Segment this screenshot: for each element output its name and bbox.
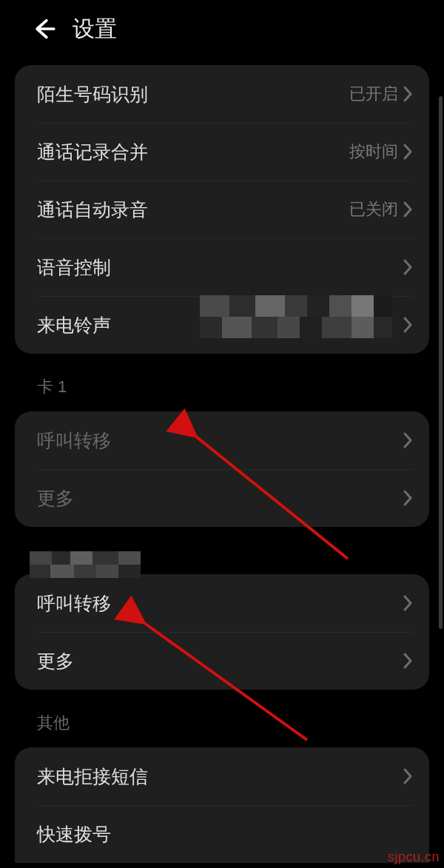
row-call-log-merge[interactable]: 通话记录合并 按时间 bbox=[15, 123, 429, 181]
section-header-sim1: 卡 1 bbox=[0, 371, 444, 404]
row-call-forwarding-sim2[interactable]: 呼叫转移 bbox=[15, 574, 429, 632]
section-header-other: 其他 bbox=[0, 707, 444, 740]
row-label: 语音控制 bbox=[37, 255, 111, 280]
chevron-right-icon bbox=[403, 431, 413, 449]
row-unknown-number-id[interactable]: 陌生号码识别 已开启 bbox=[15, 65, 429, 123]
row-value: 已开启 bbox=[349, 83, 398, 105]
row-auto-record[interactable]: 通话自动录音 已关闭 bbox=[15, 181, 429, 238]
row-speed-dial[interactable]: 快速拨号 bbox=[15, 805, 429, 863]
page-title: 设置 bbox=[73, 14, 117, 44]
chevron-right-icon bbox=[403, 316, 413, 334]
chevron-right-icon bbox=[403, 594, 413, 612]
arrow-left-icon bbox=[32, 16, 57, 41]
back-button[interactable] bbox=[30, 14, 59, 44]
row-more-sim2[interactable]: 更多 bbox=[15, 632, 429, 690]
row-label: 通话自动录音 bbox=[37, 198, 148, 222]
row-more-sim1[interactable]: 更多 bbox=[15, 469, 429, 527]
censored-area-sim2-header bbox=[30, 551, 141, 578]
row-reject-sms[interactable]: 来电拒接短信 bbox=[15, 747, 429, 805]
row-label: 更多 bbox=[37, 649, 74, 673]
censored-area-ringtone bbox=[200, 295, 392, 338]
row-label: 更多 bbox=[37, 486, 74, 511]
settings-card-sim1: 呼叫转移 更多 bbox=[15, 411, 429, 527]
watermark: sjpcu.cn bbox=[388, 850, 440, 865]
chevron-right-icon bbox=[403, 767, 413, 785]
row-voice-control[interactable]: 语音控制 bbox=[15, 238, 429, 296]
row-value: 按时间 bbox=[349, 141, 398, 163]
chevron-right-icon bbox=[403, 143, 413, 161]
row-label: 来电拒接短信 bbox=[37, 764, 148, 789]
chevron-right-icon bbox=[403, 85, 413, 103]
row-label: 陌生号码识别 bbox=[37, 82, 148, 107]
row-value: 已关闭 bbox=[349, 198, 398, 221]
chevron-right-icon bbox=[403, 652, 413, 670]
header: 设置 bbox=[0, 0, 444, 58]
row-call-forwarding-sim1[interactable]: 呼叫转移 bbox=[15, 411, 429, 469]
settings-card-sim2: 呼叫转移 更多 bbox=[15, 574, 429, 690]
row-label: 呼叫转移 bbox=[37, 428, 111, 453]
settings-card-other: 来电拒接短信 快速拨号 bbox=[15, 747, 429, 863]
chevron-right-icon bbox=[403, 258, 413, 276]
scrollbar-thumb[interactable] bbox=[439, 96, 443, 629]
row-label: 呼叫转移 bbox=[37, 591, 111, 616]
row-label: 通话记录合并 bbox=[37, 140, 148, 164]
chevron-right-icon bbox=[403, 489, 413, 507]
row-label: 来电铃声 bbox=[37, 313, 111, 337]
chevron-right-icon bbox=[403, 201, 413, 218]
row-label: 快速拨号 bbox=[37, 822, 111, 847]
